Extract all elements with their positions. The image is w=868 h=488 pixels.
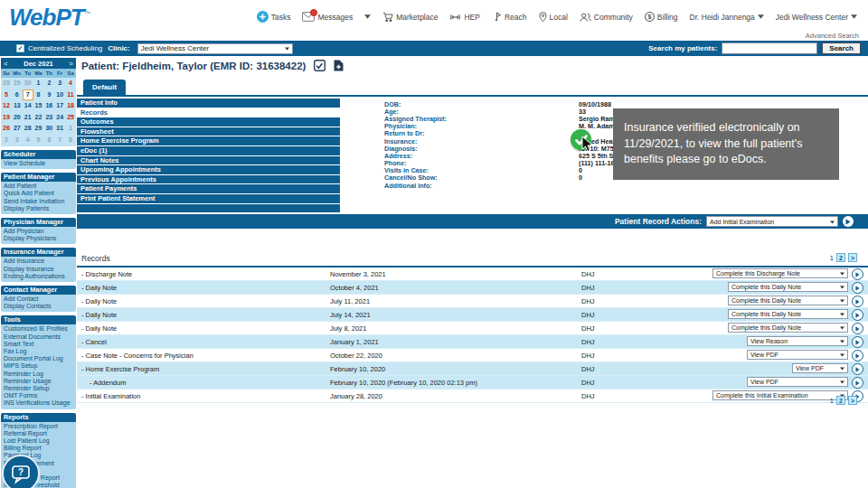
calendar-day-12[interactable]: 12 — [1, 100, 12, 112]
patient-menu-outcomes[interactable]: Outcomes — [77, 117, 340, 127]
calendar-day-26[interactable]: 26 — [1, 123, 12, 135]
page-button-2[interactable]: 2 — [836, 253, 845, 262]
add-document-icon[interactable] — [334, 60, 344, 71]
centralized-scheduling-checkbox[interactable]: ✓ — [16, 44, 24, 52]
calendar-day-18[interactable]: 18 — [65, 100, 76, 112]
nav-item-tasks[interactable]: Tasks — [257, 11, 291, 23]
patient-menu-patient-payments[interactable]: Patient Payments — [77, 184, 340, 193]
sidebar-item-customized-ie-profiles[interactable]: Customized IE Profiles — [4, 325, 74, 333]
record-go-button[interactable] — [852, 336, 863, 348]
sidebar-item-display-insurance[interactable]: Display Insurance — [4, 266, 74, 273]
calendar-day-6[interactable]: 6 — [43, 135, 54, 146]
record-name[interactable]: - Daily Note — [81, 311, 117, 319]
nav-item-marketplace[interactable]: Marketplace — [382, 12, 438, 23]
record-action-select[interactable]: View PDF — [792, 363, 848, 373]
sidebar-item-reminder-usage[interactable]: Reminder Usage — [4, 378, 74, 385]
calendar-next-icon[interactable]: > — [69, 60, 73, 68]
calendar-day-24[interactable]: 24 — [54, 112, 65, 124]
nav-item-billing[interactable]: $Billing — [645, 12, 678, 22]
sidebar-item-prescription-report[interactable]: Prescription Report — [4, 423, 74, 430]
record-action-select[interactable]: View PDF — [747, 377, 848, 387]
calendar-day-1[interactable]: 1 — [33, 78, 44, 89]
sidebar-item-document-portal-log[interactable]: Document Portal Log — [4, 355, 74, 362]
nav-item-dr-heidi-jannenga[interactable]: Dr. Heidi Jannenga — [690, 13, 764, 22]
record-actions-go-button[interactable] — [843, 216, 854, 227]
calendar-day-20[interactable]: 20 — [12, 112, 23, 124]
calendar-day-9[interactable]: 9 — [43, 89, 54, 101]
calendar-day-13[interactable]: 13 — [12, 100, 23, 112]
calendar-day-3[interactable]: 3 — [12, 135, 23, 146]
calendar-day-10[interactable]: 10 — [54, 89, 65, 101]
calendar-prev-icon[interactable]: < — [4, 60, 8, 68]
calendar-day-4[interactable]: 4 — [65, 78, 76, 89]
sidebar-item-lost-patient-log[interactable]: Lost Patient Log — [4, 437, 74, 445]
sidebar-item-fax-log[interactable]: Fax Log — [4, 348, 74, 355]
sidebar-item-reminder-setup[interactable]: Reminder Setup — [4, 385, 74, 392]
record-name[interactable]: - Cancel — [81, 338, 107, 346]
nav-item-jedi-wellness-center[interactable]: Jedi Wellness Center — [776, 13, 857, 22]
calendar-day-21[interactable]: 21 — [23, 112, 33, 124]
calendar-day-4[interactable]: 4 — [23, 135, 33, 146]
record-action-select[interactable]: Complete this Daily Note — [728, 323, 848, 333]
calendar-day-23[interactable]: 23 — [43, 112, 54, 124]
calendar-day-28[interactable]: 28 — [1, 78, 12, 89]
calendar-day-29[interactable]: 29 — [33, 123, 44, 135]
clinic-select[interactable]: Jedi Wellness Center — [137, 43, 293, 54]
calendar-day-5[interactable]: 5 — [33, 135, 44, 146]
page-button-2[interactable]: 2 — [836, 396, 845, 405]
sidebar-item-add-insurance[interactable]: Add Insurance — [4, 258, 74, 265]
record-name[interactable]: - Discharge Note — [81, 270, 132, 278]
nav-item-reach[interactable]: Reach — [492, 12, 527, 22]
record-name[interactable]: - Addendum — [90, 379, 126, 387]
calendar-day-17[interactable]: 17 — [54, 100, 65, 112]
record-go-button[interactable] — [852, 377, 863, 389]
record-action-select[interactable]: Complete this Daily Note — [728, 282, 848, 292]
patient-menu-records[interactable]: Records — [77, 108, 340, 117]
record-actions-select[interactable]: Add Initial Examination — [706, 216, 838, 227]
patient-menu-patient-info[interactable]: Patient Info — [77, 99, 340, 108]
calendar-day-25[interactable]: 25 — [65, 112, 76, 124]
calendar-day-16[interactable]: 16 — [43, 100, 54, 112]
record-action-select[interactable]: Complete this Daily Note — [728, 296, 848, 305]
sidebar-item-mips-setup[interactable]: MIPS Setup — [4, 362, 74, 370]
calendar-day-2[interactable]: 2 — [1, 135, 12, 146]
record-action-select[interactable]: Complete this Initial Examination — [712, 390, 848, 400]
calendar-day-3[interactable]: 3 — [54, 78, 65, 89]
record-name[interactable]: - Case Note - Concerns for Physician — [81, 352, 193, 360]
page-button-item[interactable]: > — [848, 253, 857, 262]
patient-menu-edoc-1[interactable]: eDoc (1) — [77, 146, 340, 155]
patient-menu-chart-notes[interactable]: Chart Notes — [77, 156, 340, 165]
patient-menu-print-patient-statement[interactable]: Print Patient Statement — [77, 194, 340, 203]
sidebar-item-add-patient[interactable]: Add Patient — [4, 183, 74, 190]
record-action-select[interactable]: Complete this Daily Note — [728, 309, 848, 319]
sidebar-item-display-physicians[interactable]: Display Physicians — [4, 235, 74, 242]
sidebar-item-display-patients[interactable]: Display Patients — [4, 205, 74, 212]
calendar-day-7[interactable]: 7 — [54, 135, 65, 146]
record-action-select[interactable]: View Reason — [747, 336, 848, 346]
sidebar-item-add-contact[interactable]: Add Contact — [4, 296, 74, 303]
page-button-item[interactable]: > — [848, 396, 857, 405]
patient-menu-flowsheet[interactable]: Flowsheet — [77, 127, 340, 136]
calendar-day-8[interactable]: 8 — [33, 89, 44, 101]
nav-item-local[interactable]: Local — [539, 12, 568, 23]
calendar-day-29[interactable]: 29 — [12, 78, 23, 89]
sidebar-item-display-contacts[interactable]: Display Contacts — [4, 303, 74, 310]
record-action-select[interactable]: View PDF — [747, 350, 848, 360]
sidebar-item-ending-authorizations[interactable]: Ending Authorizations — [4, 273, 74, 280]
calendar-day-14[interactable]: 14 — [23, 100, 33, 112]
sidebar-item-smart-text[interactable]: Smart Text — [4, 341, 74, 348]
calendar-day-31[interactable]: 31 — [54, 123, 65, 135]
calendar-day-1[interactable]: 1 — [65, 123, 76, 135]
calendar-day-15[interactable]: 15 — [33, 100, 44, 112]
nav-item-messages[interactable]: Messages — [302, 12, 353, 22]
calendar-day-8[interactable]: 8 — [65, 135, 76, 146]
calendar-day-19[interactable]: 19 — [1, 112, 12, 124]
sidebar-item-external-documents[interactable]: External Documents — [4, 333, 74, 341]
sidebar-item-reminder-log[interactable]: Reminder Log — [4, 371, 74, 378]
patient-menu-previous-appointments[interactable]: Previous Appointments — [77, 175, 340, 184]
patient-search-button[interactable]: Search — [822, 42, 861, 54]
help-button[interactable]: ? — [2, 455, 40, 488]
nav-item-community[interactable]: Community — [580, 13, 633, 22]
calendar-day-6[interactable]: 6 — [12, 89, 23, 101]
calendar-day-30[interactable]: 30 — [43, 123, 54, 135]
